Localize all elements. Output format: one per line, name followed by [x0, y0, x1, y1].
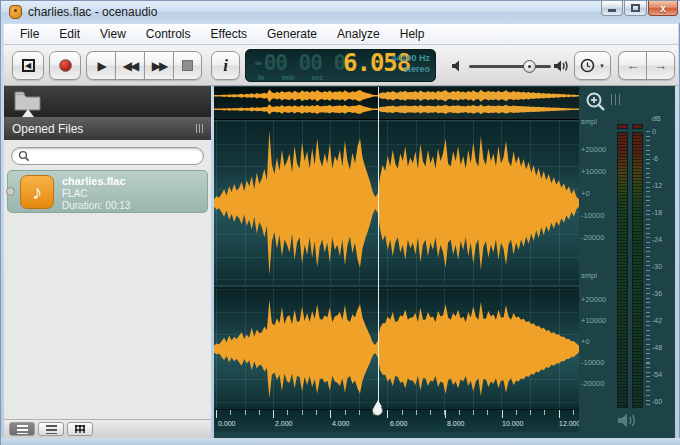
db-scale-label: 0 — [652, 128, 656, 135]
timeline-ruler[interactable]: 0.000 2.000 4.000 6.000 8.000 10.000 12.… — [214, 409, 579, 432]
time-tick-label: 12.000 — [559, 420, 580, 427]
time-tick-label: 0.000 — [218, 420, 236, 427]
search-icon — [18, 150, 30, 162]
menu-help[interactable]: Help — [390, 25, 435, 43]
record-icon — [59, 59, 72, 72]
redo-nav-forward-button[interactable]: → — [646, 51, 675, 80]
amplitude-tick: -20000 — [581, 233, 604, 242]
monitor-speaker-icon[interactable] — [617, 412, 641, 429]
timeline-major-ticks — [216, 410, 579, 418]
level-meter-peak-right — [632, 124, 643, 129]
fast-forward-button[interactable]: ▶▶ — [144, 51, 173, 80]
time-format-button[interactable]: ▼ — [574, 51, 611, 80]
amplitude-tick: +20000 — [581, 295, 606, 304]
zoom-in-icon[interactable] — [585, 91, 607, 113]
db-scale-label: -54 — [652, 371, 662, 378]
panel-title: Opened Files — [12, 122, 196, 136]
time-tick-label: 10.000 — [502, 420, 523, 427]
sample-rate: 44100 Hz — [391, 53, 430, 64]
menu-file[interactable]: File — [10, 25, 49, 43]
file-duration: Duration: 00:13 — [62, 200, 130, 211]
db-scale-label: -18 — [652, 209, 662, 216]
db-scale-label: -30 — [652, 263, 662, 270]
time-tick-label: 8.000 — [447, 420, 465, 427]
panel-grip-icon[interactable] — [196, 124, 203, 133]
view-grid-button[interactable] — [67, 422, 93, 436]
playhead-handle[interactable] — [372, 405, 383, 416]
amplitude-tick: -10000 — [581, 358, 604, 367]
arrow-right-icon: → — [654, 58, 667, 73]
window-title: charlies.flac - ocenaudio — [28, 5, 157, 19]
app-window: charlies.flac - ocenaudio x File Edit Vi… — [0, 0, 680, 445]
info-button[interactable]: i — [211, 51, 240, 80]
menu-generate[interactable]: Generate — [257, 25, 327, 43]
playhead-cursor[interactable] — [378, 87, 379, 409]
close-button[interactable]: x — [648, 1, 678, 16]
audio-file-icon: ♪ — [20, 175, 54, 209]
db-scale-label: -24 — [652, 236, 662, 243]
amplitude-unit-label: smpl — [581, 117, 597, 126]
file-status-dot[interactable] — [6, 187, 15, 196]
overview-strip[interactable] — [214, 87, 579, 120]
title-bar[interactable]: charlies.flac - ocenaudio x — [1, 1, 680, 23]
view-list-button[interactable] — [38, 422, 64, 436]
record-button[interactable] — [49, 51, 81, 80]
minimize-button[interactable] — [601, 1, 623, 16]
db-scale-label: dB — [652, 115, 661, 122]
waveform-left — [214, 121, 579, 285]
window-bottom-frame — [1, 438, 680, 445]
maximize-button[interactable] — [624, 1, 647, 16]
level-meter-right — [632, 132, 643, 408]
menu-controls[interactable]: Controls — [136, 25, 201, 43]
menu-view[interactable]: View — [90, 25, 136, 43]
db-scale-label: -12 — [652, 182, 662, 189]
detailed-view-icon — [17, 425, 28, 434]
format-info: 44100 Hz stereo — [391, 53, 430, 75]
volume-control — [451, 57, 571, 75]
toggle-sidebar-button[interactable]: ◀ — [12, 51, 44, 80]
clock-icon — [580, 58, 595, 73]
rewind-icon: ◀◀ — [123, 59, 137, 73]
time-display: -00 00 0 6.058 hr min sec 44100 Hz stere… — [245, 49, 436, 82]
file-list-item-charlies[interactable]: ♪ charlies.flac FLAC Duration: 00:13 — [7, 170, 208, 213]
volume-slider-knob[interactable] — [523, 60, 536, 73]
music-note-icon: ♪ — [32, 181, 42, 204]
file-search-input[interactable] — [11, 147, 204, 165]
menu-analyze[interactable]: Analyze — [327, 25, 390, 43]
db-scale-label: -6 — [652, 155, 658, 162]
app-icon — [9, 5, 22, 19]
play-icon: ▶ — [97, 59, 104, 73]
view-detailed-button[interactable] — [9, 422, 35, 436]
db-scale-label: -60 — [652, 398, 662, 405]
rewind-button[interactable]: ◀◀ — [115, 51, 144, 80]
minimize-icon — [608, 9, 616, 12]
undo-nav-back-button[interactable]: ← — [618, 51, 647, 80]
volume-low-icon — [451, 59, 465, 73]
close-icon: x — [660, 3, 666, 14]
waveform-panel: 0.000 2.000 4.000 6.000 8.000 10.000 12.… — [214, 86, 675, 438]
maximize-icon — [631, 4, 640, 12]
opened-files-tab-folder-icon[interactable] — [14, 90, 41, 111]
level-meter-peak-left — [617, 124, 628, 129]
sidebar: Opened Files ♪ charlies.flac FLAC Durati… — [4, 86, 211, 438]
stop-button[interactable] — [173, 51, 202, 80]
amplitude-tick: +20000 — [581, 145, 606, 154]
menu-effects[interactable]: Effects — [201, 25, 257, 43]
amplitude-unit-label: smpl — [581, 271, 597, 280]
play-button[interactable]: ▶ — [86, 51, 115, 80]
amplitude-tick: -20000 — [581, 379, 604, 388]
waveform-channel-left[interactable] — [214, 121, 579, 285]
meter-grip-icon[interactable] — [611, 94, 620, 105]
time-tick-label: 2.000 — [275, 420, 293, 427]
waveform-channel-right[interactable] — [214, 287, 579, 409]
chevron-down-icon: ▼ — [599, 63, 605, 69]
time-ghost-digits: -00 00 0 — [252, 51, 345, 75]
menu-bar: File Edit View Controls Effects Generate… — [4, 24, 678, 45]
menu-edit[interactable]: Edit — [49, 25, 90, 43]
amplitude-tick: +10000 — [581, 316, 606, 325]
info-icon: i — [223, 56, 228, 76]
channel-mode: stereo — [391, 64, 430, 75]
volume-slider-track[interactable] — [469, 65, 551, 68]
db-scale-label: -42 — [652, 317, 662, 324]
toolbar: ◀ ▶ ◀◀ ▶▶ i -00 00 0 6.058 hr min sec — [4, 45, 678, 86]
